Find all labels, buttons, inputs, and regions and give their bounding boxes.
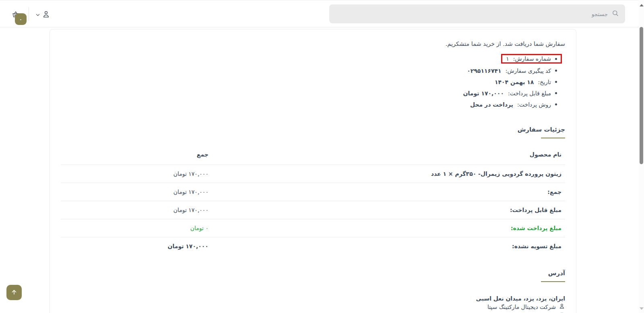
table-header-row: نام محصول جمع: [61, 149, 565, 165]
tracking-code-label: کد پیگیری سفارش:: [506, 68, 551, 74]
person-icon: [559, 303, 565, 311]
address-company-line: شرکت دیجیتال مارکتینگ سپتا: [61, 303, 565, 311]
product-total: ۱۷۰,۰۰۰ تومان: [61, 165, 212, 183]
order-date-item: تاریخ: ۱۸ بهمن ۱۴۰۴: [61, 78, 562, 86]
order-number-value: ۱: [506, 56, 509, 62]
unsettled-value: ۱۷۰,۰۰۰ تومان: [61, 237, 212, 255]
payable-row: مبلغ قابل پرداخت: ۱۷۰,۰۰۰ تومان: [61, 201, 565, 219]
address-company-text: شرکت دیجیتال مارکتینگ سپتا: [487, 304, 556, 310]
payable-amount-label: مبلغ قابل پرداخت:: [508, 90, 551, 97]
address-title: آدرس: [61, 270, 565, 277]
paid-value: ۰ تومان: [61, 219, 212, 237]
column-product-name: نام محصول: [212, 149, 565, 165]
subtotal-row: جمع: ۱۷۰,۰۰۰ تومان: [61, 183, 565, 201]
bullet-icon: [555, 81, 557, 83]
order-received-card: سفارش شما دریافت شد. از خرید شما متشکریم…: [50, 29, 576, 313]
payment-method-value: پرداخت در محل: [470, 101, 513, 108]
bullet-icon: [555, 70, 557, 72]
payment-method-label: روش پرداخت:: [517, 101, 551, 108]
paid-label: مبلغ پرداخت شده:: [212, 219, 565, 237]
bullet-icon: [555, 103, 557, 105]
order-details-title: جزئیات سفارش: [61, 126, 565, 133]
order-details-table: نام محصول جمع زیتون پرورده گردویی زیمرال…: [61, 149, 565, 255]
chevron-down-icon: [35, 11, 40, 19]
title-underline: [541, 138, 565, 138]
order-number-item: شماره سفارش: ۱: [61, 54, 562, 64]
payable-value: ۱۷۰,۰۰۰ تومان: [61, 201, 212, 219]
payment-method-item: روش پرداخت: پرداخت در محل: [61, 100, 562, 109]
arrow-up-icon: [10, 288, 18, 297]
paid-row: مبلغ پرداخت شده: ۰ تومان: [61, 219, 565, 237]
tracking-code-item: کد پیگیری سفارش: ۰۲۹۵۱۱۶۷۴۱: [61, 66, 562, 75]
back-to-top-button[interactable]: [6, 285, 22, 300]
scroll-up-arrow[interactable]: [639, 2, 644, 8]
cart-count-badge: ۰: [15, 13, 27, 25]
order-date-value: ۱۸ بهمن ۱۴۰۴: [495, 79, 534, 85]
bullet-icon: [555, 92, 557, 94]
payable-label: مبلغ قابل پرداخت:: [212, 201, 565, 219]
subtotal-value: ۱۷۰,۰۰۰ تومان: [61, 183, 212, 201]
column-total: جمع: [61, 149, 212, 165]
order-date-label: تاریخ:: [538, 79, 551, 85]
search-bar: [329, 4, 625, 23]
order-meta-list: شماره سفارش: ۱ کد پیگیری سفارش: ۰۲۹۵۱۱۶۷…: [61, 54, 565, 109]
product-row: زیتون پرورده گردویی زیمرال- ۳۵۰گرم × ۱ ع…: [61, 165, 565, 183]
fax-phone-icon: [559, 311, 565, 313]
address-block: ایران، یزد، یزد، میدان نعل اسبی شرکت دیج…: [61, 294, 565, 313]
payable-amount-item: مبلغ قابل پرداخت: ۱۷۰,۰۰۰ تومان: [61, 89, 562, 97]
search-icon: [612, 10, 619, 18]
cart-button[interactable]: ۰: [10, 9, 28, 25]
order-number-highlight-box: شماره سفارش: ۱: [501, 54, 562, 64]
unsettled-label: مبلغ تسویه نشده:: [212, 237, 565, 255]
address-landline-line: ۱۲۳۴۵۶۷۸۹۰: [61, 311, 565, 313]
product-name: زیتون پرورده گردویی زیمرال- ۳۵۰گرم × ۱ ع…: [212, 165, 565, 183]
search-input[interactable]: [336, 11, 608, 17]
title-underline: [541, 281, 565, 282]
subtotal-label: جمع:: [212, 183, 565, 201]
user-icon: [42, 10, 50, 20]
address-location-line: ایران، یزد، یزد، میدان نعل اسبی: [61, 294, 565, 303]
page: ۰: [0, 0, 644, 313]
vertical-scrollbar[interactable]: [639, 0, 644, 313]
payable-amount-value: ۱۷۰,۰۰۰ تومان: [463, 90, 504, 97]
unsettled-row: مبلغ تسویه نشده: ۱۷۰,۰۰۰ تومان: [61, 237, 565, 255]
bullet-icon: [555, 58, 557, 60]
header-divider: [29, 7, 29, 21]
order-number-label: شماره سفارش:: [513, 56, 551, 62]
scrollbar-thumb[interactable]: [640, 27, 643, 164]
address-location-text: ایران، یزد، یزد، میدان نعل اسبی: [476, 295, 565, 302]
scroll-down-arrow[interactable]: [639, 306, 644, 311]
top-bar: ۰: [0, 0, 644, 27]
order-received-message: سفارش شما دریافت شد. از خرید شما متشکریم…: [61, 40, 565, 48]
account-menu-button[interactable]: [35, 10, 50, 20]
tracking-code-value: ۰۲۹۵۱۱۶۷۴۱: [467, 68, 501, 74]
